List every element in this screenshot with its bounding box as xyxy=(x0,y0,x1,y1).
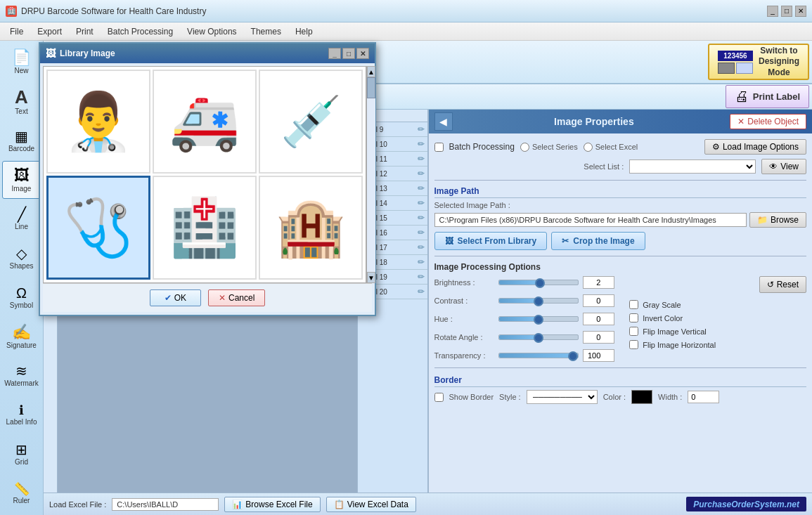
edit-icon[interactable]: ✏ xyxy=(418,169,425,178)
flip-horizontal-checkbox[interactable] xyxy=(629,340,638,349)
transparency-row: Transparency : xyxy=(434,349,619,362)
excel-path-input[interactable] xyxy=(112,498,219,511)
menu-file[interactable]: File xyxy=(3,25,30,39)
dialog-maximize-button[interactable]: □ xyxy=(342,48,355,59)
transparency-slider-track[interactable] xyxy=(498,353,579,358)
rotate-slider-track[interactable] xyxy=(498,334,579,340)
app-title: DRPU Barcode Software for Health Care In… xyxy=(21,6,767,16)
print-icon: 🖨 xyxy=(735,89,749,105)
color-swatch[interactable] xyxy=(631,390,652,404)
crop-icon: ✂ xyxy=(562,236,569,246)
crop-image-button[interactable]: ✂ Crop the Image xyxy=(551,232,645,250)
edit-icon[interactable]: ✏ xyxy=(418,198,425,208)
contrast-value[interactable] xyxy=(583,294,614,307)
image-path-input[interactable] xyxy=(434,213,747,227)
flip-horizontal-row: Flip Image Horizontal xyxy=(629,340,806,349)
batch-processing-checkbox[interactable] xyxy=(434,143,444,152)
dialog-title-text: Library Image xyxy=(60,48,328,58)
dialog-minimize-button[interactable]: _ xyxy=(328,48,341,59)
edit-icon[interactable]: ✏ xyxy=(418,272,425,282)
maximize-button[interactable]: □ xyxy=(781,6,792,17)
browse-excel-button[interactable]: 📊 Browse Excel File xyxy=(224,497,320,512)
back-button[interactable]: ◀ xyxy=(434,112,453,131)
delete-object-button[interactable]: ✕ Delete Object xyxy=(730,114,806,129)
library-image-6[interactable]: 🏨 xyxy=(259,176,363,280)
invert-color-checkbox[interactable] xyxy=(629,313,638,322)
edit-icon[interactable]: ✏ xyxy=(418,183,425,193)
watermark: PurchaseOrderSystem.net xyxy=(686,497,806,511)
load-image-options-button[interactable]: ⚙ Load Image Options xyxy=(704,139,806,155)
design-mode-button[interactable]: 123456 Switch toDesigningMode xyxy=(708,44,809,80)
menu-themes[interactable]: Themes xyxy=(244,25,288,39)
tool-text[interactable]: A Text xyxy=(2,83,41,121)
browse-button[interactable]: 📁 Browse xyxy=(749,212,806,228)
tool-new[interactable]: 📄 New xyxy=(2,44,41,82)
print-label-button[interactable]: 🖨 Print Label xyxy=(726,85,809,108)
dialog-close-button[interactable]: ✕ xyxy=(356,48,369,59)
library-image-2[interactable]: 🚑 xyxy=(153,70,257,174)
border-style-select[interactable]: ───────── - - - - - · · · · · xyxy=(527,390,598,404)
edit-icon[interactable]: ✏ xyxy=(418,124,425,134)
library-image-3[interactable]: 💉 xyxy=(259,70,363,174)
tool-watermark[interactable]: ≋ Watermark xyxy=(2,357,41,395)
library-image-1[interactable]: 👨‍⚕️ xyxy=(46,70,150,174)
edit-icon[interactable]: ✏ xyxy=(418,257,425,267)
edit-icon[interactable]: ✏ xyxy=(418,213,425,223)
view-excel-button[interactable]: 📋 View Excel Data xyxy=(326,497,416,512)
cancel-button[interactable]: ✕ Cancel xyxy=(208,289,265,306)
edit-icon[interactable]: ✏ xyxy=(418,242,425,252)
library-image-4[interactable]: 🩺 xyxy=(46,176,150,280)
menu-bar: File Export Print Batch Processing View … xyxy=(0,22,812,41)
design-mode-icon: 123456 xyxy=(718,51,753,74)
tool-barcode[interactable]: ▦ Barcode xyxy=(2,122,41,160)
tool-symbol[interactable]: Ω Symbol xyxy=(2,279,41,317)
edit-icon[interactable]: ✏ xyxy=(418,287,425,296)
select-series-radio[interactable] xyxy=(520,143,529,152)
rotate-label: Rotate Angle : xyxy=(434,333,494,341)
show-border-checkbox[interactable] xyxy=(434,393,444,402)
select-from-library-button[interactable]: 🖼 Select From Library xyxy=(434,232,548,250)
minimize-button[interactable]: _ xyxy=(767,6,778,17)
tool-shapes[interactable]: ◇ Shapes xyxy=(2,240,41,278)
menu-view[interactable]: View Options xyxy=(180,25,243,39)
hue-slider-track[interactable] xyxy=(498,316,579,322)
contrast-slider-track[interactable] xyxy=(498,298,579,304)
brightness-slider-track[interactable] xyxy=(498,280,579,285)
tool-line[interactable]: ╱ Line xyxy=(2,200,41,238)
reset-icon: ↺ xyxy=(767,280,774,289)
menu-export[interactable]: Export xyxy=(30,25,69,39)
scroll-down-button[interactable]: ▼ xyxy=(367,272,375,283)
view-button[interactable]: 👁 View xyxy=(761,159,806,174)
menu-batch[interactable]: Batch Processing xyxy=(101,25,180,39)
show-border-label: Show Border xyxy=(449,393,494,401)
edit-icon[interactable]: ✏ xyxy=(418,228,425,237)
hue-value[interactable] xyxy=(583,313,614,325)
tool-ruler[interactable]: 📏 Ruler xyxy=(2,474,41,512)
tool-signature[interactable]: ✍ Signature xyxy=(2,318,41,356)
scroll-thumb[interactable] xyxy=(367,77,375,98)
contrast-label: Contrast : xyxy=(434,296,494,305)
border-width-input[interactable] xyxy=(688,391,719,403)
invert-color-label: Invert Color xyxy=(643,314,683,322)
flip-vertical-row: Flip Image Vertical xyxy=(629,327,806,336)
edit-icon[interactable]: ✏ xyxy=(418,154,425,164)
transparency-value[interactable] xyxy=(583,349,614,362)
select-excel-radio[interactable] xyxy=(584,143,593,152)
scroll-up-button[interactable]: ▲ xyxy=(367,66,375,77)
library-image-5[interactable]: 🏥 xyxy=(153,176,257,280)
reset-button[interactable]: ↺ Reset xyxy=(759,276,806,293)
tool-image[interactable]: 🖼 Image xyxy=(2,161,41,199)
ok-button[interactable]: ✔ OK xyxy=(150,289,201,306)
flip-vertical-checkbox[interactable] xyxy=(629,327,638,336)
grayscale-checkbox[interactable] xyxy=(629,300,638,309)
select-list-dropdown[interactable] xyxy=(629,159,756,174)
edit-icon[interactable]: ✏ xyxy=(418,139,425,149)
rotate-value[interactable] xyxy=(583,331,614,344)
brightness-value[interactable] xyxy=(583,276,614,289)
close-button[interactable]: ✕ xyxy=(795,6,806,17)
tool-grid[interactable]: ⊞ Grid xyxy=(2,436,41,474)
new-icon: 📄 xyxy=(12,50,31,65)
menu-print[interactable]: Print xyxy=(69,25,101,39)
tool-labelinfo[interactable]: ℹ Label Info xyxy=(2,396,41,434)
menu-help[interactable]: Help xyxy=(288,25,320,39)
